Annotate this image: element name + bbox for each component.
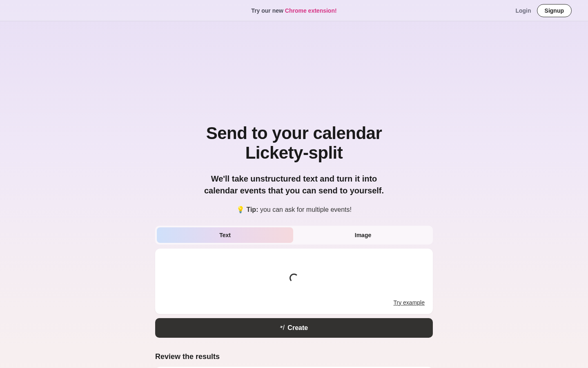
try-example-link[interactable]: Try example xyxy=(163,299,425,306)
tip-label: Tip: xyxy=(246,206,258,213)
hero-sub-line1: We'll take unstructured text and turn it… xyxy=(211,174,377,183)
promo-prefix: Try our new xyxy=(251,7,285,14)
review-heading: Review the results xyxy=(155,352,433,361)
create-button-label: Create xyxy=(287,324,308,332)
hero-sub-line2: calendar events that you can send to you… xyxy=(204,186,384,195)
hero-subtitle: We'll take unstructured text and turn it… xyxy=(155,173,433,197)
top-bar: Try our new Chrome extension! Login Sign… xyxy=(0,0,588,21)
main-content: Send to your calendar Lickety-split We'l… xyxy=(155,21,433,368)
signup-button[interactable]: Signup xyxy=(537,4,572,17)
loading-spinner-container xyxy=(163,257,425,299)
tab-image[interactable]: Image xyxy=(295,227,431,243)
tip-text: you can ask for multiple events! xyxy=(258,206,352,213)
auth-buttons: Login Signup xyxy=(515,4,572,17)
hero-title-line2: Lickety-split xyxy=(245,143,343,162)
hero-title: Send to your calendar Lickety-split xyxy=(155,123,433,163)
wand-icon: ⁺∕ xyxy=(279,323,285,332)
tab-text[interactable]: Text xyxy=(157,227,293,243)
input-tabs: Text Image xyxy=(155,226,433,245)
promo-text: Try our new Chrome extension! xyxy=(251,7,336,14)
tip-line: 💡 Tip: you can ask for multiple events! xyxy=(155,206,433,213)
create-button[interactable]: ⁺∕ Create xyxy=(155,318,433,338)
lightbulb-icon: 💡 xyxy=(236,206,245,213)
input-card[interactable]: Try example xyxy=(155,249,433,314)
hero-title-line1: Send to your calendar xyxy=(206,123,382,143)
result-card: 🎉 Fun thing to do xyxy=(155,367,433,368)
promo-link[interactable]: Chrome extension! xyxy=(285,7,337,14)
login-link[interactable]: Login xyxy=(515,7,531,14)
spinner-icon xyxy=(290,274,298,283)
